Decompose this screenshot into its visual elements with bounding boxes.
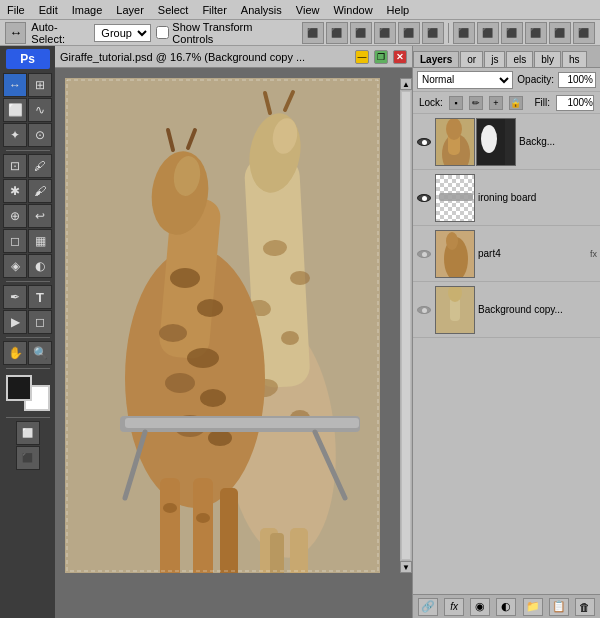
gradient-btn[interactable]: ▦ <box>28 229 52 253</box>
tab-els[interactable]: els <box>506 51 533 67</box>
clone-stamp-btn[interactable]: ⊕ <box>3 204 27 228</box>
lock-all-btn[interactable]: 🔒 <box>509 96 523 110</box>
layer-thumbs-bg-copy <box>435 286 475 334</box>
layer-visibility-bg-copy[interactable] <box>416 302 432 318</box>
vscroll-track[interactable] <box>401 91 411 560</box>
artboard-tool-btn[interactable]: ⊞ <box>28 73 52 97</box>
canvas-title: Giraffe_tutorial.psd @ 16.7% (Background… <box>60 51 350 63</box>
align-top-icon[interactable]: ⬛ <box>374 22 396 44</box>
add-mask-btn[interactable]: ◉ <box>470 598 490 616</box>
layer-item-part4[interactable]: part4 fx <box>413 226 600 282</box>
svg-point-50 <box>446 232 458 250</box>
thumb-svg-part4 <box>436 231 475 278</box>
path-select-btn[interactable]: ▶ <box>3 310 27 334</box>
distribute-left-icon[interactable]: ⬛ <box>453 22 475 44</box>
pen-tool-btn[interactable]: ✒ <box>3 285 27 309</box>
delete-layer-btn[interactable]: 🗑 <box>575 598 595 616</box>
layer-visibility-ironing[interactable] <box>416 190 432 206</box>
opacity-input[interactable] <box>558 72 596 88</box>
foreground-color[interactable] <box>6 375 32 401</box>
align-left-icon[interactable]: ⬛ <box>302 22 324 44</box>
vscroll-up[interactable]: ▲ <box>400 78 412 90</box>
menu-select[interactable]: Select <box>151 2 196 18</box>
distribute-center-icon[interactable]: ⬛ <box>477 22 499 44</box>
eye-icon-background <box>417 138 431 146</box>
layer-fx-btn[interactable]: fx <box>444 598 464 616</box>
spot-heal-btn[interactable]: ✱ <box>3 179 27 203</box>
distribute-top-icon[interactable]: ⬛ <box>525 22 547 44</box>
minimize-button[interactable]: — <box>355 50 369 64</box>
canvas-content[interactable]: ▲ ▼ <box>55 68 412 618</box>
layer-visibility-background[interactable] <box>416 134 432 150</box>
layer-visibility-part4[interactable] <box>416 246 432 262</box>
menu-edit[interactable]: Edit <box>32 2 65 18</box>
lock-position-btn[interactable]: + <box>489 96 503 110</box>
link-layers-btn[interactable]: 🔗 <box>418 598 438 616</box>
transform-checkbox[interactable] <box>156 26 169 39</box>
hand-tool-btn[interactable]: ✋ <box>3 341 27 365</box>
lasso-select-btn[interactable]: ∿ <box>28 98 52 122</box>
shape-tool-btn[interactable]: ◻ <box>28 310 52 334</box>
svg-rect-32 <box>220 488 238 573</box>
quick-select-btn[interactable]: ⊙ <box>28 123 52 147</box>
crop-tool-btn[interactable]: ⊡ <box>3 154 27 178</box>
layer-item-ironing-board[interactable]: ironing board <box>413 170 600 226</box>
menu-filter[interactable]: Filter <box>195 2 233 18</box>
auto-select-dropdown[interactable]: Group Layer <box>94 24 151 42</box>
zoom-tool-btn[interactable]: 🔍 <box>28 341 52 365</box>
fill-input[interactable] <box>556 95 594 111</box>
history-brush-btn[interactable]: ↩ <box>28 204 52 228</box>
layer-item-background[interactable]: Backg... <box>413 114 600 170</box>
align-center-h-icon[interactable]: ⬛ <box>326 22 348 44</box>
tab-channels[interactable]: or <box>460 51 483 67</box>
menu-file[interactable]: File <box>0 2 32 18</box>
align-middle-icon[interactable]: ⬛ <box>398 22 420 44</box>
eyedropper-btn[interactable]: 🖋 <box>28 154 52 178</box>
svg-rect-30 <box>160 478 180 573</box>
menu-window[interactable]: Window <box>326 2 379 18</box>
menu-analysis[interactable]: Analysis <box>234 2 289 18</box>
document-canvas[interactable] <box>65 78 380 573</box>
close-button[interactable]: ✕ <box>393 50 407 64</box>
layer-thumbs-background <box>435 118 516 166</box>
new-adjustment-btn[interactable]: ◐ <box>496 598 516 616</box>
align-bottom-icon[interactable]: ⬛ <box>422 22 444 44</box>
optionsbar: ↔ Auto-Select: Group Layer Show Transfor… <box>0 20 600 46</box>
distribute-bottom-icon[interactable]: ⬛ <box>573 22 595 44</box>
new-group-btn[interactable]: 📁 <box>523 598 543 616</box>
new-layer-btn[interactable]: 📋 <box>549 598 569 616</box>
screen-mode-btn[interactable]: ⬛ <box>16 446 40 470</box>
tab-layers[interactable]: Layers <box>413 51 459 67</box>
distribute-right-icon[interactable]: ⬛ <box>501 22 523 44</box>
move-tool-btn[interactable]: ↔ <box>3 73 27 97</box>
dodge-btn[interactable]: ◐ <box>28 254 52 278</box>
distribute-middle-icon[interactable]: ⬛ <box>549 22 571 44</box>
quickmask-btn[interactable]: ⬜ <box>16 421 40 445</box>
layer-item-bg-copy[interactable]: Background copy... <box>413 282 600 338</box>
vertical-scrollbar[interactable]: ▲ ▼ <box>400 78 412 573</box>
tab-bly[interactable]: bly <box>534 51 561 67</box>
move-tool-icon[interactable]: ↔ <box>5 22 26 44</box>
blend-mode-select[interactable]: Normal Multiply Screen <box>417 71 513 89</box>
type-tool-btn[interactable]: T <box>28 285 52 309</box>
transform-controls-option[interactable]: Show Transform Controls <box>156 21 292 45</box>
menu-view[interactable]: View <box>289 2 327 18</box>
tab-hs[interactable]: hs <box>562 51 587 67</box>
tab-js[interactable]: js <box>484 51 505 67</box>
lock-pixels-btn[interactable]: ▪ <box>449 96 463 110</box>
restore-button[interactable]: ❐ <box>374 50 388 64</box>
color-selector[interactable] <box>6 375 50 411</box>
blur-btn[interactable]: ◈ <box>3 254 27 278</box>
eraser-btn[interactable]: ◻ <box>3 229 27 253</box>
vscroll-down[interactable]: ▼ <box>400 561 412 573</box>
menu-image[interactable]: Image <box>65 2 110 18</box>
rectangle-select-btn[interactable]: ⬜ <box>3 98 27 122</box>
magic-wand-btn[interactable]: ✦ <box>3 123 27 147</box>
eye-icon-bg-copy <box>417 306 431 314</box>
lock-image-btn[interactable]: ✏ <box>469 96 483 110</box>
brush-btn[interactable]: 🖌 <box>28 179 52 203</box>
menu-layer[interactable]: Layer <box>109 2 151 18</box>
align-right-icon[interactable]: ⬛ <box>350 22 372 44</box>
layer-name-background: Backg... <box>519 136 597 147</box>
menu-help[interactable]: Help <box>380 2 417 18</box>
